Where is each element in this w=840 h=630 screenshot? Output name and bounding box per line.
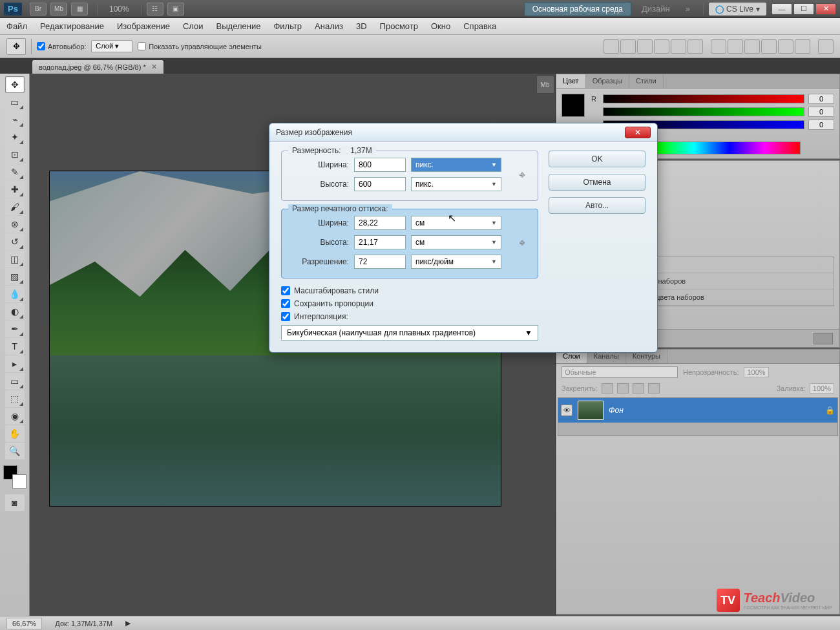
print-height-input[interactable] bbox=[354, 235, 406, 249]
autoselect-dropdown[interactable]: Слой ▾ bbox=[91, 40, 132, 52]
menu-layers[interactable]: Слои bbox=[183, 21, 204, 31]
auto-button[interactable]: Авто... bbox=[549, 197, 646, 214]
lock-pixels-icon[interactable] bbox=[617, 383, 629, 394]
3d-camera-tool[interactable]: ◉ bbox=[5, 408, 25, 425]
menu-window[interactable]: Окно bbox=[431, 21, 450, 31]
menu-image[interactable]: Изображение bbox=[117, 21, 170, 31]
move-tool[interactable]: ✥ bbox=[5, 76, 25, 93]
extras-icon[interactable]: ▣ bbox=[167, 3, 184, 16]
distribute-icon[interactable] bbox=[728, 39, 743, 54]
slider-r-value[interactable] bbox=[808, 94, 834, 104]
slider-b-value[interactable] bbox=[808, 120, 834, 130]
menu-analysis[interactable]: Анализ bbox=[315, 21, 343, 31]
status-arrow-icon[interactable]: ▶ bbox=[125, 619, 131, 627]
gradient-tool[interactable]: ▨ bbox=[5, 268, 25, 285]
align-icon[interactable] bbox=[604, 39, 619, 54]
eraser-tool[interactable]: ◫ bbox=[5, 251, 25, 268]
type-tool[interactable]: T bbox=[5, 338, 25, 355]
menu-file[interactable]: Файл bbox=[6, 21, 27, 31]
layer-thumbnail[interactable] bbox=[578, 401, 604, 420]
distribute-icon[interactable] bbox=[711, 39, 726, 54]
tab-styles[interactable]: Стили bbox=[629, 74, 664, 88]
lock-transparency-icon[interactable] bbox=[602, 383, 613, 394]
slider-r[interactable] bbox=[603, 94, 804, 103]
cs-live-button[interactable]: ◯CS Live▾ bbox=[709, 3, 766, 16]
scale-styles-checkbox[interactable]: Масштабировать стили bbox=[281, 286, 538, 295]
quick-select-tool[interactable]: ✦ bbox=[5, 129, 25, 145]
history-brush-tool[interactable]: ↺ bbox=[5, 233, 25, 250]
workspace-more-icon[interactable]: » bbox=[686, 4, 690, 14]
eyedropper-tool[interactable]: ✎ bbox=[5, 163, 25, 180]
opacity-value[interactable]: 100% bbox=[744, 367, 768, 377]
workspace-design-link[interactable]: Дизайн bbox=[642, 4, 670, 14]
slider-g-value[interactable] bbox=[808, 107, 834, 117]
tab-color[interactable]: Цвет bbox=[556, 74, 586, 88]
dialog-close-button[interactable]: ✕ bbox=[625, 127, 651, 138]
print-width-input[interactable] bbox=[354, 216, 406, 230]
distribute-icon[interactable] bbox=[795, 39, 810, 54]
workspace-essentials-button[interactable]: Основная рабочая среда bbox=[524, 2, 631, 16]
distribute-icon[interactable] bbox=[778, 39, 793, 54]
fill-value[interactable]: 100% bbox=[810, 383, 834, 394]
path-select-tool[interactable]: ▸ bbox=[5, 355, 25, 372]
lasso-tool[interactable]: ⌁ bbox=[5, 111, 25, 128]
zoom-level[interactable]: 100% bbox=[109, 5, 129, 14]
menu-edit[interactable]: Редактирование bbox=[40, 21, 104, 31]
document-tab-close-icon[interactable]: ✕ bbox=[151, 63, 157, 71]
window-maximize-button[interactable]: ☐ bbox=[793, 3, 814, 15]
resample-checkbox[interactable]: Интерполяция: bbox=[281, 312, 538, 321]
document-tab[interactable]: водопад.jpeg @ 66,7% (RGB/8) * ✕ bbox=[32, 60, 163, 74]
arrange-icon[interactable]: ☷ bbox=[147, 3, 163, 16]
resolution-input[interactable] bbox=[354, 255, 406, 269]
slider-g[interactable] bbox=[603, 107, 804, 116]
status-zoom[interactable]: 66,67% bbox=[6, 618, 42, 629]
window-close-button[interactable]: ✕ bbox=[815, 3, 836, 15]
color-preview[interactable] bbox=[562, 94, 585, 117]
pen-tool[interactable]: ✒ bbox=[5, 320, 25, 337]
distribute-icon[interactable] bbox=[744, 39, 760, 54]
blur-tool[interactable]: 💧 bbox=[5, 286, 25, 302]
stamp-tool[interactable]: ⊛ bbox=[5, 216, 25, 233]
distribute-icon[interactable] bbox=[761, 39, 777, 54]
align-icon[interactable] bbox=[654, 39, 669, 54]
width-input[interactable] bbox=[354, 158, 406, 172]
heal-tool[interactable]: ✚ bbox=[5, 181, 25, 198]
marquee-tool[interactable]: ▭ bbox=[5, 94, 25, 110]
constrain-proportions-checkbox[interactable]: Сохранить пропорции bbox=[281, 299, 538, 308]
zoom-tool[interactable]: 🔍 bbox=[5, 443, 25, 459]
brush-tool[interactable]: 🖌 bbox=[5, 198, 25, 215]
autoselect-checkbox[interactable]: Автовыбор: bbox=[37, 42, 86, 50]
shape-tool[interactable]: ▭ bbox=[5, 373, 25, 390]
dock-icon[interactable]: Mb bbox=[536, 76, 554, 94]
menu-help[interactable]: Справка bbox=[463, 21, 496, 31]
crop-tool[interactable]: ⊡ bbox=[5, 146, 25, 163]
screen-mode-icon[interactable]: ▦ bbox=[71, 3, 88, 16]
tab-swatches[interactable]: Образцы bbox=[586, 74, 629, 88]
quick-mask-icon[interactable]: ◙ bbox=[5, 494, 25, 511]
align-icon[interactable] bbox=[688, 39, 703, 54]
show-transform-checkbox[interactable]: Показать управляющие элементы bbox=[138, 42, 262, 50]
width-unit-dropdown[interactable]: пикс.▼ bbox=[411, 158, 501, 172]
menu-filter[interactable]: Фильтр bbox=[273, 21, 302, 31]
interpolation-dropdown[interactable]: Бикубическая (наилучшая для плавных град… bbox=[281, 325, 538, 341]
window-minimize-button[interactable]: — bbox=[772, 3, 792, 15]
layer-row[interactable]: 👁 Фон 🔒 bbox=[558, 398, 837, 423]
dialog-titlebar[interactable]: Размер изображения ✕ bbox=[269, 123, 657, 142]
menu-select[interactable]: Выделение bbox=[216, 21, 261, 31]
align-icon[interactable] bbox=[637, 39, 653, 54]
print-height-unit-dropdown[interactable]: см▼ bbox=[411, 235, 501, 249]
align-icon[interactable] bbox=[620, 39, 636, 54]
dodge-tool[interactable]: ◐ bbox=[5, 303, 25, 320]
auto-align-icon[interactable] bbox=[818, 39, 834, 54]
background-color[interactable] bbox=[12, 474, 26, 488]
height-input[interactable] bbox=[354, 177, 406, 191]
layer-visibility-icon[interactable]: 👁 bbox=[561, 404, 572, 416]
blend-mode-dropdown[interactable]: Обычные bbox=[562, 366, 678, 378]
height-unit-dropdown[interactable]: пикс.▼ bbox=[411, 177, 501, 191]
align-icon[interactable] bbox=[671, 39, 686, 54]
lock-all-icon[interactable] bbox=[648, 383, 660, 394]
ok-button[interactable]: OK bbox=[549, 151, 646, 167]
hand-tool[interactable]: ✋ bbox=[5, 425, 25, 442]
resolution-unit-dropdown[interactable]: пикс/дюйм▼ bbox=[411, 255, 501, 269]
cancel-button[interactable]: Отмена bbox=[549, 174, 646, 191]
